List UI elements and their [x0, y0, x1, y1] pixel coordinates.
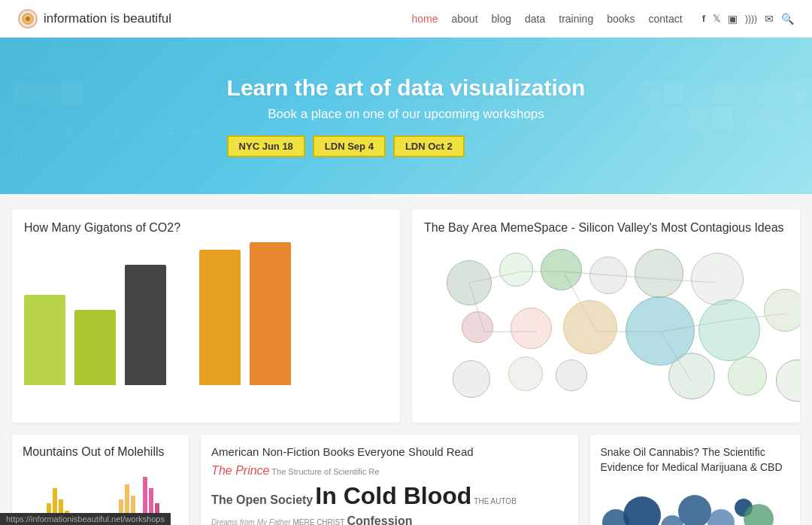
bubble-12 — [453, 360, 490, 398]
bubble-16 — [728, 357, 767, 396]
svg-text:F: F — [141, 126, 148, 138]
co2-title: How Many Gigatons of CO2? — [24, 221, 388, 235]
bubble-8 — [563, 300, 617, 354]
bubble-tile[interactable]: The Bay Area MemeSpace - Silicon Valley'… — [412, 209, 800, 423]
workshop-btn-nyc[interactable]: NYC Jun 18 — [227, 135, 305, 157]
svg-rect-23 — [639, 107, 660, 128]
bar-5 — [250, 242, 291, 385]
hero-banner: A B C D E F G H H G F E D — [0, 38, 812, 194]
svg-text:D: D — [90, 126, 98, 138]
bubble-title: The Bay Area MemeSpace - Silicon Valley'… — [424, 221, 788, 235]
nav-training[interactable]: training — [559, 13, 593, 25]
main-nav: home about blog data training books cont… — [411, 13, 794, 25]
co2-chart — [24, 245, 388, 388]
snakeoil-tile[interactable]: Snake Oil Cannabis? The Scientific Evide… — [590, 435, 800, 525]
bubble-0 — [447, 260, 492, 305]
hero-subtitle: Book a place on one of our upcoming work… — [227, 107, 586, 122]
svg-point-52 — [707, 509, 735, 525]
svg-rect-17 — [663, 83, 684, 104]
svg-point-2 — [26, 17, 30, 21]
wc-word: THE AUTOB — [474, 497, 517, 505]
svg-text:42: 42 — [797, 111, 806, 120]
books-tile[interactable]: American Non-Fiction Books Everyone Shou… — [201, 435, 577, 525]
logo-icon — [18, 9, 38, 29]
svg-rect-34 — [62, 83, 83, 104]
bubble-7 — [511, 308, 552, 349]
logo-text: information is beautiful — [44, 11, 171, 26]
nav-about[interactable]: about — [451, 13, 477, 25]
hero-content: Learn the art of data visualization Book… — [227, 75, 586, 157]
bar-2 — [74, 310, 116, 385]
workshop-buttons: NYC Jun 18 LDN Sep 4 LDN Oct 2 — [227, 135, 586, 157]
bubble-2 — [541, 249, 582, 290]
svg-rect-21 — [759, 83, 780, 104]
rss-icon[interactable]: )))) — [745, 14, 757, 24]
snakeoil-svg — [601, 485, 789, 525]
nav-data[interactable]: data — [525, 13, 545, 25]
facebook-icon[interactable]: f — [702, 13, 705, 24]
nav-contact[interactable]: contact — [649, 13, 683, 25]
wc-word: The Open Society — [211, 493, 313, 506]
social-icons: f 𝕏 ▣ )))) ✉ 🔍 — [702, 13, 794, 25]
nav-home[interactable]: home — [411, 13, 438, 25]
tiles-section: How Many Gigatons of CO2? The Bay Area M… — [0, 194, 812, 525]
bar-4 — [199, 250, 241, 385]
bubble-10 — [698, 299, 760, 361]
instagram-icon[interactable]: ▣ — [728, 13, 738, 25]
bar-1 — [24, 295, 65, 385]
mountains-title: Mountains Out of Molehills — [23, 445, 178, 459]
nav-blog[interactable]: blog — [492, 13, 511, 25]
svg-text:11: 11 — [797, 86, 806, 96]
bubble-13 — [508, 357, 543, 391]
tiles-row-1: How Many Gigatons of CO2? The Bay Area M… — [12, 209, 800, 423]
svg-rect-24 — [663, 107, 684, 128]
svg-point-49 — [623, 496, 661, 525]
svg-text:H: H — [192, 126, 200, 138]
statusbar-url: https://informationisbeautiful.net/works… — [6, 514, 165, 523]
svg-rect-18 — [687, 83, 708, 104]
svg-text:B: B — [39, 126, 46, 138]
snakeoil-chart — [601, 485, 789, 525]
statusbar: https://informationisbeautiful.net/works… — [0, 513, 171, 525]
svg-text:G: G — [167, 126, 175, 138]
wc-word: The Structure of Scientific Re — [271, 467, 379, 476]
bubble-6 — [462, 311, 493, 343]
svg-text:43: 43 — [797, 135, 806, 144]
workshop-btn-ldn2[interactable]: LDN Oct 2 — [393, 135, 465, 157]
email-icon[interactable]: ✉ — [765, 13, 774, 25]
bubble-3 — [589, 256, 627, 294]
wc-word: In Cold Blood — [315, 482, 471, 509]
search-icon[interactable]: 🔍 — [781, 13, 794, 25]
svg-rect-27 — [735, 107, 756, 128]
svg-rect-16 — [639, 83, 660, 104]
twitter-icon[interactable]: 𝕏 — [713, 13, 720, 24]
svg-rect-19 — [711, 83, 732, 104]
workshop-btn-ldn1[interactable]: LDN Sep 4 — [313, 135, 386, 157]
svg-text:E: E — [116, 126, 123, 138]
tiles-row-2: Mountains Out of Molehills — [12, 435, 800, 525]
logo[interactable]: information is beautiful — [18, 9, 171, 29]
svg-rect-28 — [759, 107, 780, 128]
bubble-17 — [776, 360, 800, 402]
header: information is beautiful home about blog… — [0, 0, 812, 38]
bubble-11 — [764, 289, 800, 332]
bubble-chart — [424, 245, 788, 411]
books-wordcloud: The Prince The Structure of Scientific R… — [211, 463, 567, 525]
mountains-tile[interactable]: Mountains Out of Molehills — [12, 435, 189, 525]
bubble-1 — [499, 253, 533, 287]
svg-text:A: A — [14, 126, 21, 138]
co2-tile[interactable]: How Many Gigatons of CO2? — [12, 209, 400, 423]
bubble-14 — [556, 360, 587, 391]
hero-title: Learn the art of data visualization — [227, 75, 586, 101]
svg-rect-20 — [735, 83, 756, 104]
svg-rect-32 — [14, 83, 35, 104]
wc-word: MERE CHRIST — [292, 518, 344, 525]
wc-word: Dreams from My Father — [211, 518, 292, 525]
svg-point-51 — [678, 495, 711, 525]
wc-word: The Prince — [211, 464, 269, 477]
bubble-15 — [668, 353, 715, 399]
books-title: American Non-Fiction Books Everyone Shou… — [211, 445, 567, 458]
nav-books[interactable]: books — [607, 13, 635, 25]
bubble-4 — [635, 249, 683, 298]
bubble-5 — [691, 253, 744, 305]
